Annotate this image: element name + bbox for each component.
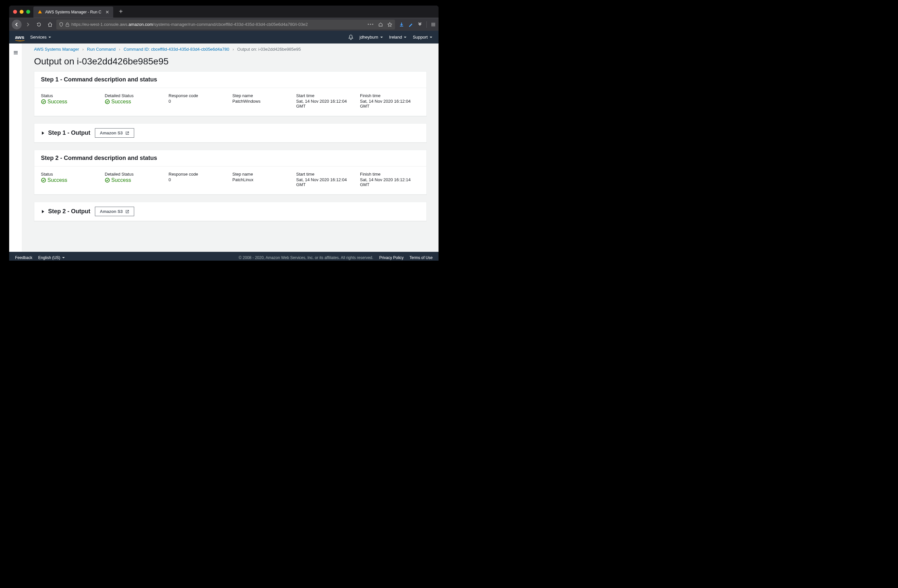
breadcrumb-link[interactable]: Command ID: cbceff8d-433d-435d-83d4-cb05… xyxy=(124,47,229,52)
aws-favicon-icon xyxy=(37,9,43,15)
terms-of-use-link[interactable]: Terms of Use xyxy=(409,255,433,260)
step-2-status-panel: Step 2 - Command description and status … xyxy=(34,150,427,195)
response-code-value: 0 xyxy=(169,99,228,104)
finish-time-value: Sat, 14 Nov 2020 16:12:14 GMT xyxy=(360,177,420,187)
caret-right-icon xyxy=(41,210,45,213)
finish-time-value: Sat, 14 Nov 2020 16:12:04 GMT xyxy=(360,99,420,109)
detailed-status-value: Success xyxy=(105,177,165,183)
step-1-status-panel: Step 1 - Command description and status … xyxy=(34,71,427,116)
overflow-icon[interactable] xyxy=(417,22,423,27)
breadcrumb-link[interactable]: Run Command xyxy=(87,47,115,52)
support-menu[interactable]: Support xyxy=(413,35,433,40)
url-text: https://eu-west-1.console.aws.amazon.com… xyxy=(71,22,308,27)
amazon-s3-button[interactable]: Amazon S3 xyxy=(95,128,134,138)
success-icon xyxy=(41,178,46,183)
svg-rect-0 xyxy=(66,24,69,26)
step-name-label: Step name xyxy=(232,172,292,177)
step-name-value: PatchWindows xyxy=(232,99,292,104)
chevron-right-icon: › xyxy=(83,47,84,52)
panel-title: Step 1 - Command description and status xyxy=(41,76,420,83)
window-maximize-button[interactable] xyxy=(26,10,30,14)
status-label: Status xyxy=(41,93,101,98)
external-link-icon xyxy=(125,210,129,213)
nav-back-button[interactable] xyxy=(12,20,22,29)
services-menu[interactable]: Services xyxy=(30,35,51,40)
menu-icon[interactable] xyxy=(431,22,436,27)
tab-close-button[interactable]: ✕ xyxy=(105,9,109,15)
feedback-link[interactable]: Feedback xyxy=(15,255,32,260)
account-menu[interactable]: jdheyburn xyxy=(360,35,383,40)
nav-forward-button[interactable] xyxy=(23,20,33,29)
panel-header: Step 1 - Command description and status xyxy=(34,72,426,88)
browser-nav-bar: https://eu-west-1.console.aws.amazon.com… xyxy=(9,18,438,31)
start-time-value: Sat, 14 Nov 2020 16:12:04 GMT xyxy=(296,177,356,187)
chevron-right-icon: › xyxy=(119,47,120,52)
detailed-status-label: Detailed Status xyxy=(105,172,165,177)
aws-top-nav: aws Services jdheyburn Ireland Support xyxy=(9,31,438,43)
notifications-icon[interactable] xyxy=(348,34,354,40)
step-name-value: PatchLinux xyxy=(232,177,292,182)
caret-right-icon xyxy=(41,131,45,135)
copyright-text: © 2008 - 2020, Amazon Web Services, Inc.… xyxy=(238,255,373,260)
step-2-output-panel: Step 2 - Output Amazon S3 xyxy=(34,202,427,221)
success-icon xyxy=(105,178,110,183)
aws-logo[interactable]: aws xyxy=(15,34,24,40)
detailed-status-value: Success xyxy=(105,99,165,104)
nav-home-button[interactable] xyxy=(45,20,55,29)
window-minimize-button[interactable] xyxy=(20,10,23,14)
response-code-label: Response code xyxy=(169,172,228,177)
success-icon xyxy=(105,99,110,104)
tab-bar: AWS Systems Manager - Run C ✕ + xyxy=(9,6,438,18)
browser-window: AWS Systems Manager - Run C ✕ + https://… xyxy=(9,6,438,261)
scrollbar[interactable] xyxy=(435,43,438,252)
status-value: Success xyxy=(41,177,101,183)
new-tab-button[interactable]: + xyxy=(119,8,123,15)
window-close-button[interactable] xyxy=(13,10,17,14)
step-name-label: Step name xyxy=(232,93,292,98)
reader-icon[interactable] xyxy=(378,22,383,27)
tab-title: AWS Systems Manager - Run C xyxy=(45,10,101,14)
start-time-value: Sat, 14 Nov 2020 16:12:04 GMT xyxy=(296,99,356,109)
page-title: Output on i-03e2dd426be985e95 xyxy=(22,52,438,71)
hamburger-icon[interactable] xyxy=(13,50,18,252)
region-menu[interactable]: Ireland xyxy=(389,35,407,40)
page-actions-icon[interactable]: ••• xyxy=(368,22,374,27)
nav-reload-button[interactable] xyxy=(34,20,44,29)
panel-header: Step 2 - Command description and status xyxy=(34,150,426,166)
shield-icon xyxy=(59,22,63,27)
panel-title: Step 2 - Command description and status xyxy=(41,155,420,161)
finish-time-label: Finish time xyxy=(360,172,420,177)
status-value: Success xyxy=(41,99,101,104)
language-selector[interactable]: English (US) xyxy=(38,255,65,260)
lock-icon xyxy=(65,22,69,27)
breadcrumb-current: Output on: i-03e2dd426be985e95 xyxy=(237,47,301,52)
step-1-output-panel: Step 1 - Output Amazon S3 xyxy=(34,123,427,143)
expand-toggle[interactable]: Step 2 - Output xyxy=(41,208,90,215)
expand-toggle[interactable]: Step 1 - Output xyxy=(41,129,90,137)
response-code-label: Response code xyxy=(169,93,228,98)
browser-tab[interactable]: AWS Systems Manager - Run C ✕ xyxy=(33,6,113,18)
extension-icon[interactable] xyxy=(408,22,413,27)
success-icon xyxy=(41,99,46,104)
url-bar[interactable]: https://eu-west-1.console.aws.amazon.com… xyxy=(56,20,395,29)
privacy-policy-link[interactable]: Privacy Policy xyxy=(379,255,404,260)
start-time-label: Start time xyxy=(296,172,356,177)
response-code-value: 0 xyxy=(169,177,228,182)
external-link-icon xyxy=(125,131,129,135)
chevron-right-icon: › xyxy=(232,47,234,52)
status-label: Status xyxy=(41,172,101,177)
start-time-label: Start time xyxy=(296,93,356,98)
finish-time-label: Finish time xyxy=(360,93,420,98)
aws-body: AWS Systems Manager › Run Command › Comm… xyxy=(9,43,438,252)
breadcrumb-link[interactable]: AWS Systems Manager xyxy=(34,47,79,52)
bookmark-icon[interactable] xyxy=(387,22,392,27)
breadcrumb: AWS Systems Manager › Run Command › Comm… xyxy=(22,43,438,52)
window-controls xyxy=(11,10,33,14)
detailed-status-label: Detailed Status xyxy=(105,93,165,98)
content-area: AWS Systems Manager › Run Command › Comm… xyxy=(22,43,438,252)
aws-footer: Feedback English (US) © 2008 - 2020, Ama… xyxy=(9,252,438,261)
download-icon[interactable] xyxy=(399,22,404,27)
amazon-s3-button[interactable]: Amazon S3 xyxy=(95,207,134,216)
side-nav-toggle-column xyxy=(9,43,22,252)
